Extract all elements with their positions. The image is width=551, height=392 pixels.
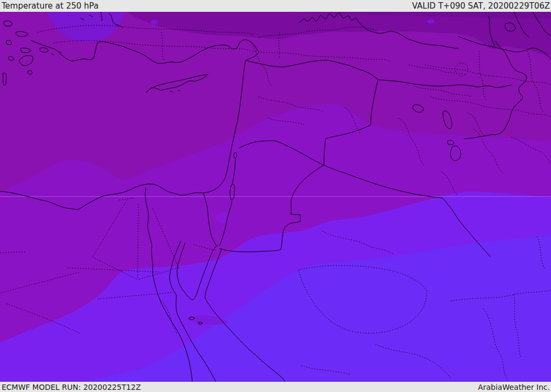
temperature-band: [427, 19, 435, 24]
weather-map: [0, 12, 551, 382]
credit-label: ArabiaWeather Inc.: [478, 383, 550, 391]
valid-time-label: VALID T+090 SAT, 20200229T06Z: [412, 2, 550, 10]
map-title: Temperature at 250 hPa: [2, 2, 98, 10]
model-run-label: ECMWF MODEL RUN: 20200225T12Z: [2, 383, 141, 391]
temperature-band: [151, 20, 158, 25]
title-bar: Temperature at 250 hPa VALID T+090 SAT, …: [0, 0, 551, 12]
status-bar: ECMWF MODEL RUN: 20200225T12Z ArabiaWeat…: [0, 382, 551, 392]
